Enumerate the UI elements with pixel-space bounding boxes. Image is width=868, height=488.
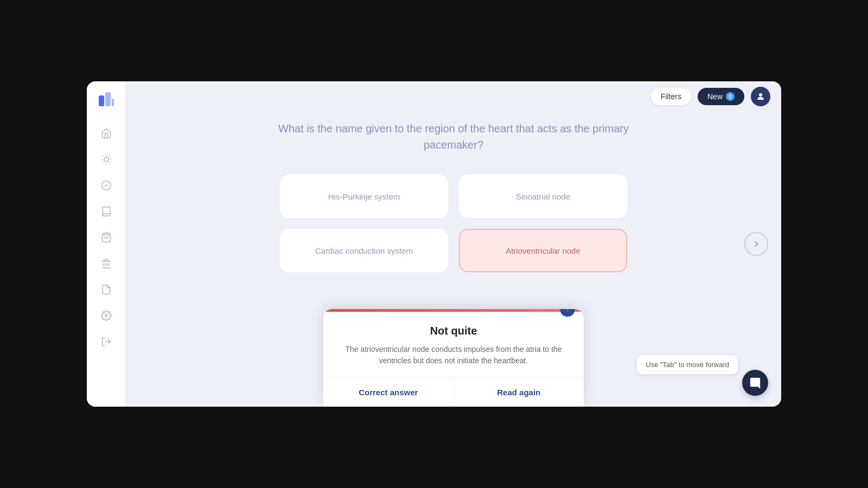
answer-sinoatrial-text: Sinoatrial node [516,192,570,201]
feedback-title: Not quite [341,325,566,337]
sidebar [87,81,126,407]
sidebar-item-settings[interactable] [95,305,117,326]
sidebar-item-bag[interactable] [95,227,117,248]
answer-his-purkinje[interactable]: His-Purkinje system [280,175,448,218]
new-label: New [707,92,723,101]
svg-line-10 [103,162,103,163]
answer-atrioventricular-text: Atrioventricular node [506,246,580,255]
svg-point-3 [104,157,108,162]
next-arrow-button[interactable] [744,232,768,256]
sidebar-item-home[interactable] [95,123,117,144]
correct-answer-button[interactable]: Correct answer [323,378,454,407]
chat-button[interactable] [742,370,768,396]
app-window: Filters New 0 What is the name given to … [87,81,781,407]
svg-point-20 [105,314,107,317]
read-again-button[interactable]: Read again [454,378,584,407]
svg-line-6 [103,156,103,157]
sidebar-item-check[interactable] [95,175,117,196]
svg-rect-1 [105,92,111,106]
sidebar-item-bank[interactable] [95,253,117,274]
sidebar-item-logout[interactable] [95,331,117,352]
question-text: What is the name given to the region of … [253,120,654,153]
answer-atrioventricular[interactable]: Atrioventricular node [459,229,627,272]
sidebar-item-book[interactable] [95,201,117,222]
svg-point-22 [759,93,762,97]
new-badge: 0 [726,92,735,101]
svg-marker-19 [103,259,110,261]
svg-line-7 [109,162,110,163]
modal-content: Not quite The atrioventricular node cond… [323,312,584,367]
feedback-modal: ↑ Not quite The atrioventricular node co… [323,309,584,407]
modal-actions: Correct answer Read again [323,377,584,407]
answer-cardiac-conduction-text: Cardiac conduction system [315,246,413,255]
feedback-description: The atrioventricular node conducts impul… [341,344,566,367]
filters-button[interactable]: Filters [651,88,691,105]
svg-rect-0 [99,95,104,106]
sidebar-item-ideas[interactable] [95,149,117,170]
main-content: Filters New 0 What is the name given to … [126,81,781,407]
header: Filters New 0 [165,81,781,112]
answer-sinoatrial[interactable]: Sinoatrial node [459,175,627,218]
answers-grid: His-Purkinje system Sinoatrial node Card… [280,175,627,272]
tab-tooltip: Use "Tab" to move forward [637,355,738,374]
answer-cardiac-conduction[interactable]: Cardiac conduction system [280,229,448,272]
new-button[interactable]: New 0 [698,88,744,105]
svg-rect-2 [112,99,114,106]
answer-his-purkinje-text: His-Purkinje system [328,192,400,201]
sidebar-item-document[interactable] [95,279,117,300]
app-logo [97,90,116,110]
svg-line-11 [109,156,110,157]
user-avatar[interactable] [751,87,770,106]
